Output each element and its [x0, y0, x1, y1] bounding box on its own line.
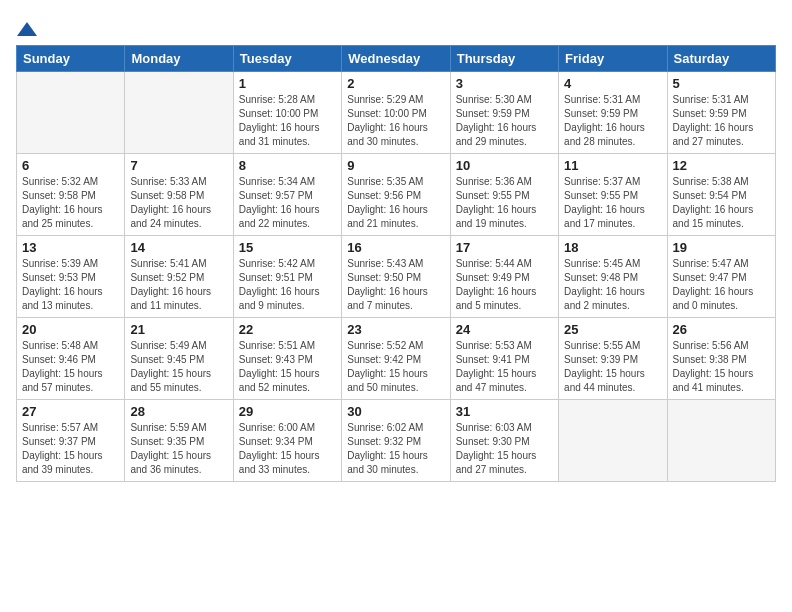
day-number: 15 [239, 240, 336, 255]
calendar-week-row: 1Sunrise: 5:28 AMSunset: 10:00 PMDayligh… [17, 72, 776, 154]
day-info: Sunrise: 5:51 AMSunset: 9:43 PMDaylight:… [239, 339, 336, 395]
day-number: 27 [22, 404, 119, 419]
day-info: Sunrise: 5:55 AMSunset: 9:39 PMDaylight:… [564, 339, 661, 395]
day-info: Sunrise: 5:37 AMSunset: 9:55 PMDaylight:… [564, 175, 661, 231]
day-number: 14 [130, 240, 227, 255]
day-info: Sunrise: 5:42 AMSunset: 9:51 PMDaylight:… [239, 257, 336, 313]
day-of-week-header: Friday [559, 46, 667, 72]
calendar-cell: 8Sunrise: 5:34 AMSunset: 9:57 PMDaylight… [233, 154, 341, 236]
day-of-week-header: Monday [125, 46, 233, 72]
day-number: 19 [673, 240, 770, 255]
svg-marker-0 [17, 22, 37, 36]
calendar-cell: 26Sunrise: 5:56 AMSunset: 9:38 PMDayligh… [667, 318, 775, 400]
page-header [16, 16, 776, 37]
day-info: Sunrise: 5:41 AMSunset: 9:52 PMDaylight:… [130, 257, 227, 313]
calendar-cell: 13Sunrise: 5:39 AMSunset: 9:53 PMDayligh… [17, 236, 125, 318]
calendar-cell: 10Sunrise: 5:36 AMSunset: 9:55 PMDayligh… [450, 154, 558, 236]
calendar-cell: 7Sunrise: 5:33 AMSunset: 9:58 PMDaylight… [125, 154, 233, 236]
day-number: 6 [22, 158, 119, 173]
day-info: Sunrise: 5:31 AMSunset: 9:59 PMDaylight:… [564, 93, 661, 149]
calendar-cell: 4Sunrise: 5:31 AMSunset: 9:59 PMDaylight… [559, 72, 667, 154]
calendar-cell: 5Sunrise: 5:31 AMSunset: 9:59 PMDaylight… [667, 72, 775, 154]
calendar-cell: 3Sunrise: 5:30 AMSunset: 9:59 PMDaylight… [450, 72, 558, 154]
day-number: 16 [347, 240, 444, 255]
day-info: Sunrise: 5:32 AMSunset: 9:58 PMDaylight:… [22, 175, 119, 231]
day-info: Sunrise: 5:48 AMSunset: 9:46 PMDaylight:… [22, 339, 119, 395]
day-number: 1 [239, 76, 336, 91]
day-info: Sunrise: 5:56 AMSunset: 9:38 PMDaylight:… [673, 339, 770, 395]
calendar-cell: 16Sunrise: 5:43 AMSunset: 9:50 PMDayligh… [342, 236, 450, 318]
logo [16, 16, 37, 37]
day-number: 17 [456, 240, 553, 255]
day-info: Sunrise: 5:34 AMSunset: 9:57 PMDaylight:… [239, 175, 336, 231]
day-number: 25 [564, 322, 661, 337]
day-info: Sunrise: 5:53 AMSunset: 9:41 PMDaylight:… [456, 339, 553, 395]
calendar-cell: 18Sunrise: 5:45 AMSunset: 9:48 PMDayligh… [559, 236, 667, 318]
calendar-cell [17, 72, 125, 154]
calendar-cell [125, 72, 233, 154]
calendar-table: SundayMondayTuesdayWednesdayThursdayFrid… [16, 45, 776, 482]
day-of-week-header: Wednesday [342, 46, 450, 72]
day-number: 5 [673, 76, 770, 91]
calendar-cell [559, 400, 667, 482]
logo-triangle-icon [17, 22, 37, 36]
calendar-cell: 29Sunrise: 6:00 AMSunset: 9:34 PMDayligh… [233, 400, 341, 482]
calendar-cell: 27Sunrise: 5:57 AMSunset: 9:37 PMDayligh… [17, 400, 125, 482]
calendar-week-row: 6Sunrise: 5:32 AMSunset: 9:58 PMDaylight… [17, 154, 776, 236]
day-info: Sunrise: 5:45 AMSunset: 9:48 PMDaylight:… [564, 257, 661, 313]
day-info: Sunrise: 6:00 AMSunset: 9:34 PMDaylight:… [239, 421, 336, 477]
calendar-cell: 30Sunrise: 6:02 AMSunset: 9:32 PMDayligh… [342, 400, 450, 482]
day-info: Sunrise: 5:43 AMSunset: 9:50 PMDaylight:… [347, 257, 444, 313]
day-number: 18 [564, 240, 661, 255]
calendar-cell: 22Sunrise: 5:51 AMSunset: 9:43 PMDayligh… [233, 318, 341, 400]
calendar-week-row: 27Sunrise: 5:57 AMSunset: 9:37 PMDayligh… [17, 400, 776, 482]
day-number: 2 [347, 76, 444, 91]
day-info: Sunrise: 5:57 AMSunset: 9:37 PMDaylight:… [22, 421, 119, 477]
day-of-week-header: Sunday [17, 46, 125, 72]
day-number: 28 [130, 404, 227, 419]
day-info: Sunrise: 5:49 AMSunset: 9:45 PMDaylight:… [130, 339, 227, 395]
day-number: 4 [564, 76, 661, 91]
day-info: Sunrise: 5:38 AMSunset: 9:54 PMDaylight:… [673, 175, 770, 231]
day-info: Sunrise: 5:33 AMSunset: 9:58 PMDaylight:… [130, 175, 227, 231]
calendar-cell: 2Sunrise: 5:29 AMSunset: 10:00 PMDayligh… [342, 72, 450, 154]
day-of-week-header: Thursday [450, 46, 558, 72]
day-info: Sunrise: 5:31 AMSunset: 9:59 PMDaylight:… [673, 93, 770, 149]
day-info: Sunrise: 6:03 AMSunset: 9:30 PMDaylight:… [456, 421, 553, 477]
day-of-week-header: Tuesday [233, 46, 341, 72]
day-number: 22 [239, 322, 336, 337]
day-number: 26 [673, 322, 770, 337]
calendar-cell: 25Sunrise: 5:55 AMSunset: 9:39 PMDayligh… [559, 318, 667, 400]
day-info: Sunrise: 6:02 AMSunset: 9:32 PMDaylight:… [347, 421, 444, 477]
calendar-cell: 14Sunrise: 5:41 AMSunset: 9:52 PMDayligh… [125, 236, 233, 318]
calendar-cell: 11Sunrise: 5:37 AMSunset: 9:55 PMDayligh… [559, 154, 667, 236]
day-info: Sunrise: 5:35 AMSunset: 9:56 PMDaylight:… [347, 175, 444, 231]
calendar-cell: 19Sunrise: 5:47 AMSunset: 9:47 PMDayligh… [667, 236, 775, 318]
day-number: 29 [239, 404, 336, 419]
day-info: Sunrise: 5:47 AMSunset: 9:47 PMDaylight:… [673, 257, 770, 313]
day-info: Sunrise: 5:29 AMSunset: 10:00 PMDaylight… [347, 93, 444, 149]
day-number: 23 [347, 322, 444, 337]
calendar-cell: 1Sunrise: 5:28 AMSunset: 10:00 PMDayligh… [233, 72, 341, 154]
day-number: 3 [456, 76, 553, 91]
day-number: 10 [456, 158, 553, 173]
day-info: Sunrise: 5:44 AMSunset: 9:49 PMDaylight:… [456, 257, 553, 313]
day-number: 8 [239, 158, 336, 173]
calendar-cell: 21Sunrise: 5:49 AMSunset: 9:45 PMDayligh… [125, 318, 233, 400]
calendar-cell: 28Sunrise: 5:59 AMSunset: 9:35 PMDayligh… [125, 400, 233, 482]
day-info: Sunrise: 5:59 AMSunset: 9:35 PMDaylight:… [130, 421, 227, 477]
calendar-cell: 9Sunrise: 5:35 AMSunset: 9:56 PMDaylight… [342, 154, 450, 236]
calendar-cell: 12Sunrise: 5:38 AMSunset: 9:54 PMDayligh… [667, 154, 775, 236]
day-number: 20 [22, 322, 119, 337]
calendar-header-row: SundayMondayTuesdayWednesdayThursdayFrid… [17, 46, 776, 72]
calendar-cell: 24Sunrise: 5:53 AMSunset: 9:41 PMDayligh… [450, 318, 558, 400]
calendar-cell: 23Sunrise: 5:52 AMSunset: 9:42 PMDayligh… [342, 318, 450, 400]
day-number: 13 [22, 240, 119, 255]
calendar-cell: 6Sunrise: 5:32 AMSunset: 9:58 PMDaylight… [17, 154, 125, 236]
calendar-cell: 15Sunrise: 5:42 AMSunset: 9:51 PMDayligh… [233, 236, 341, 318]
day-number: 24 [456, 322, 553, 337]
day-of-week-header: Saturday [667, 46, 775, 72]
calendar-week-row: 13Sunrise: 5:39 AMSunset: 9:53 PMDayligh… [17, 236, 776, 318]
day-number: 30 [347, 404, 444, 419]
calendar-cell: 20Sunrise: 5:48 AMSunset: 9:46 PMDayligh… [17, 318, 125, 400]
